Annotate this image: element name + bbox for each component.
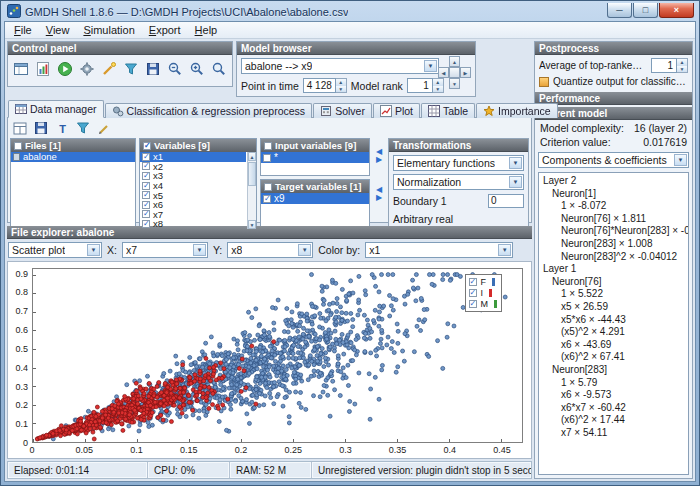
tree-item[interactable]: x6*x7 × -60.42 [539,402,688,415]
menu-view[interactable]: View [39,23,77,37]
tab-solver[interactable]: Solver [313,103,372,118]
search-icon[interactable] [208,57,229,81]
tree-item[interactable]: x6 × -43.69 [539,339,688,352]
move-target-arrows[interactable]: ◀▶ [376,186,382,202]
scroll-thumb[interactable] [248,162,256,186]
tree-item[interactable]: Neuron[76] [539,276,688,289]
tab-data-manager[interactable]: Data manager [8,100,104,118]
move-input-arrows[interactable]: ◀▶ [376,148,382,164]
tab-importance[interactable]: Importance [476,103,558,118]
model-rank-value[interactable]: 1 [407,78,433,93]
checkbox[interactable] [142,182,150,190]
nav-right-button[interactable]: ▶ [460,67,471,78]
nav-down-button[interactable]: ▼ [449,78,460,89]
current-model-header[interactable]: Current model [535,107,692,120]
plot-legend[interactable]: FIM [465,274,503,312]
list-item-star[interactable]: * [261,152,369,163]
checkbox[interactable] [142,210,150,218]
arrow-right-icon[interactable]: ▶ [376,194,382,202]
filter-icon[interactable] [121,57,142,81]
checkbox[interactable] [142,220,150,228]
chevron-down-icon[interactable]: ▼ [498,244,511,256]
legend-item-m[interactable]: M [469,298,498,309]
minimize-button[interactable]: ─ [607,3,632,18]
spinner-arrows-icon[interactable]: ▲▼ [336,78,347,93]
menu-simulation[interactable]: Simulation [76,23,141,37]
tab-classification-regression-preprocess[interactable]: Classification & regression preprocess [105,103,313,118]
postprocess-header[interactable]: Postprocess [535,42,692,55]
elementary-functions-select[interactable]: Elementary functions ▼ [393,155,524,171]
titlebar[interactable]: GMDH Shell 1.8.6 — D:\GMDH Projects\UCI\… [4,1,696,21]
nav-up-button[interactable]: ▲ [449,56,460,67]
menu-help[interactable]: Help [188,23,225,37]
tree-item[interactable]: x7 × 54.11 [539,427,688,440]
tab-table[interactable]: Table [421,103,475,118]
model-select[interactable]: abalone --> x9 ▼ [241,58,439,74]
maximize-button[interactable]: □ [633,3,658,18]
chevron-down-icon[interactable]: ▼ [509,176,522,188]
scatter-plot[interactable]: 00.10.20.30.40.50.60.70.80.9 FIM 00.050.… [7,261,532,459]
text-icon[interactable]: T [53,120,71,136]
checkbox[interactable] [142,172,150,180]
checkbox[interactable] [142,162,150,170]
average-models-spinner[interactable]: 1 ▲▼ [651,58,688,73]
menu-file[interactable]: File [7,23,39,37]
tree-item[interactable]: (x6)^2 × 17.44 [539,414,688,427]
variables-scrollbar[interactable]: ▲▼ [247,152,256,229]
tree-item[interactable]: Neuron[76]*Neuron[283] × -0.05757 [539,225,688,238]
plot-type-select[interactable]: Scatter plot ▼ [8,242,102,258]
files-select-all-checkbox[interactable] [14,142,22,150]
pencil-icon[interactable] [95,120,113,136]
color-by-select[interactable]: x1 ▼ [365,242,513,258]
list-item-x9[interactable]: x9 [261,193,369,204]
tab-plot[interactable]: Plot [373,103,420,118]
tree-item[interactable]: 1 × -8.072 [539,200,688,213]
list-item-abalone[interactable]: abalone [11,152,135,162]
tree-item[interactable]: Layer 1 [539,263,688,276]
legend-checkbox[interactable] [469,278,477,286]
chevron-down-icon[interactable]: ▼ [674,154,687,166]
nav-center-button[interactable] [449,67,460,78]
tree-item[interactable]: Neuron[283] × 1.008 [539,238,688,251]
chevron-down-icon[interactable]: ▼ [424,60,437,72]
arrow-right-icon[interactable]: ▶ [376,156,382,164]
chevron-down-icon[interactable]: ▼ [298,244,311,256]
tree-item[interactable]: (x5)^2 × 4.291 [539,326,688,339]
variables-select-all-checkbox[interactable] [143,142,151,150]
average-models-value[interactable]: 1 [651,58,677,73]
wand-icon[interactable] [99,57,120,81]
quantize-checkbox[interactable] [539,77,549,87]
tree-item[interactable]: Neuron[283]^2 × -0.04012 [539,251,688,264]
checkbox[interactable] [142,153,150,161]
tree-item[interactable]: x5 × 26.59 [539,301,688,314]
legend-checkbox[interactable] [469,300,477,308]
checkbox[interactable] [142,201,150,209]
zoom-in-icon[interactable] [186,57,207,81]
checkbox[interactable] [263,195,271,203]
checkbox[interactable] [142,191,150,199]
layout-icon[interactable] [11,120,29,136]
scroll-down-icon[interactable]: ▼ [248,220,256,229]
close-button[interactable]: × [659,3,694,18]
tree-item[interactable]: 1 × 5.79 [539,377,688,390]
tree-item[interactable]: 1 × 5.522 [539,288,688,301]
boundary-input[interactable]: 0 [488,194,524,208]
save-icon[interactable] [142,57,163,81]
project-icon[interactable] [11,57,32,81]
zoom-out-icon[interactable] [164,57,185,81]
components-view-select[interactable]: Components & coefficients ▼ [538,152,689,168]
report-icon[interactable] [33,57,54,81]
y-axis-select[interactable]: x8 ▼ [227,242,313,258]
tree-item[interactable]: Layer 2 [539,175,688,188]
tree-item[interactable]: Neuron[283] [539,364,688,377]
save-icon[interactable] [32,120,50,136]
run-icon[interactable] [55,57,76,81]
target-select-all-checkbox[interactable] [264,183,272,191]
scroll-up-icon[interactable]: ▲ [248,152,256,161]
x-axis-select[interactable]: x7 ▼ [122,242,208,258]
tree-item[interactable]: Neuron[1] [539,188,688,201]
chevron-down-icon[interactable]: ▼ [193,244,206,256]
input-select-all-checkbox[interactable] [264,142,272,150]
nav-left-button[interactable]: ◀ [438,67,449,78]
performance-header[interactable]: Performance [535,92,692,105]
